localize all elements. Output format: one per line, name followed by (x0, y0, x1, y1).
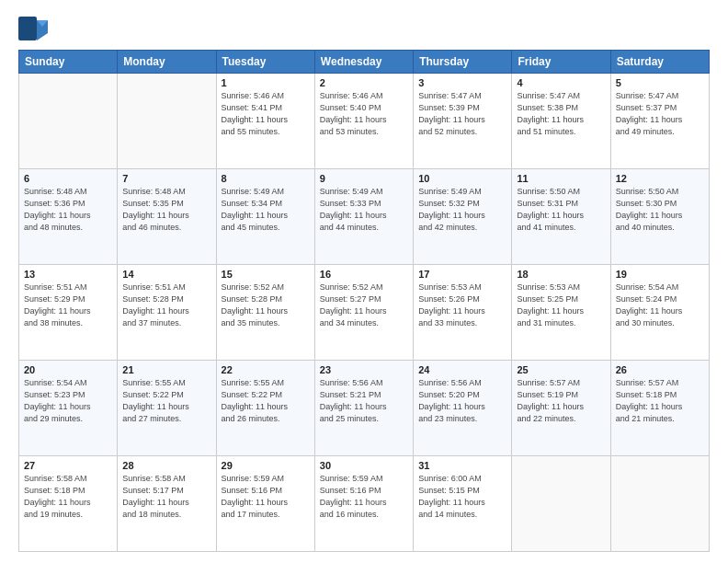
day-number: 23 (320, 364, 408, 375)
day-info: Sunrise: 5:56 AMSunset: 5:21 PMDaylight:… (320, 377, 408, 425)
logo-icon (18, 17, 48, 40)
calendar-cell: 16Sunrise: 5:52 AMSunset: 5:27 PMDayligh… (314, 265, 413, 361)
calendar-cell: 20Sunrise: 5:54 AMSunset: 5:23 PMDayligh… (19, 361, 118, 456)
day-number: 28 (122, 460, 210, 471)
day-number: 4 (517, 77, 605, 88)
header-friday: Friday (512, 51, 610, 74)
day-number: 19 (616, 269, 704, 280)
calendar-cell: 2Sunrise: 5:46 AMSunset: 5:40 PMDaylight… (314, 74, 413, 169)
day-number: 8 (222, 173, 310, 184)
calendar-cell: 10Sunrise: 5:49 AMSunset: 5:32 PMDayligh… (414, 169, 512, 265)
day-info: Sunrise: 5:47 AMSunset: 5:39 PMDaylight:… (418, 90, 506, 138)
calendar-week-row: 13Sunrise: 5:51 AMSunset: 5:29 PMDayligh… (19, 265, 710, 361)
page-header (18, 17, 710, 40)
calendar-cell: 26Sunrise: 5:57 AMSunset: 5:18 PMDayligh… (610, 361, 709, 456)
header-sunday: Sunday (19, 51, 118, 74)
day-number: 22 (222, 364, 310, 375)
header-monday: Monday (118, 51, 216, 74)
day-info: Sunrise: 5:50 AMSunset: 5:31 PMDaylight:… (517, 186, 605, 234)
calendar-cell: 1Sunrise: 5:46 AMSunset: 5:41 PMDaylight… (216, 74, 314, 169)
calendar-cell: 29Sunrise: 5:59 AMSunset: 5:16 PMDayligh… (216, 456, 314, 552)
calendar-cell (610, 456, 709, 552)
day-info: Sunrise: 5:54 AMSunset: 5:23 PMDaylight:… (24, 377, 112, 425)
day-number: 14 (122, 269, 210, 280)
day-number: 24 (418, 364, 506, 375)
day-number: 10 (418, 173, 506, 184)
calendar-cell (512, 456, 610, 552)
svg-rect-0 (18, 17, 37, 40)
calendar-cell: 28Sunrise: 5:58 AMSunset: 5:17 PMDayligh… (118, 456, 216, 552)
logo (18, 17, 50, 40)
calendar-cell: 25Sunrise: 5:57 AMSunset: 5:19 PMDayligh… (512, 361, 610, 456)
day-number: 9 (320, 173, 408, 184)
calendar-cell: 27Sunrise: 5:58 AMSunset: 5:18 PMDayligh… (19, 456, 118, 552)
calendar-cell: 5Sunrise: 5:47 AMSunset: 5:37 PMDaylight… (610, 74, 709, 169)
day-info: Sunrise: 5:46 AMSunset: 5:40 PMDaylight:… (320, 90, 408, 138)
day-number: 1 (222, 77, 310, 88)
calendar-table: Sunday Monday Tuesday Wednesday Thursday… (18, 50, 710, 552)
day-info: Sunrise: 5:53 AMSunset: 5:25 PMDaylight:… (517, 282, 605, 329)
day-info: Sunrise: 5:52 AMSunset: 5:27 PMDaylight:… (320, 282, 408, 329)
calendar-cell: 6Sunrise: 5:48 AMSunset: 5:36 PMDaylight… (19, 169, 118, 265)
day-info: Sunrise: 5:47 AMSunset: 5:38 PMDaylight:… (517, 90, 605, 138)
calendar-cell: 30Sunrise: 5:59 AMSunset: 5:16 PMDayligh… (314, 456, 413, 552)
day-info: Sunrise: 5:57 AMSunset: 5:19 PMDaylight:… (517, 377, 605, 425)
calendar-cell: 18Sunrise: 5:53 AMSunset: 5:25 PMDayligh… (512, 265, 610, 361)
day-number: 12 (616, 173, 704, 184)
day-number: 6 (24, 173, 112, 184)
day-number: 25 (517, 364, 605, 375)
calendar-cell: 31Sunrise: 6:00 AMSunset: 5:15 PMDayligh… (414, 456, 512, 552)
day-info: Sunrise: 5:49 AMSunset: 5:34 PMDaylight:… (222, 186, 310, 234)
calendar-cell: 17Sunrise: 5:53 AMSunset: 5:26 PMDayligh… (414, 265, 512, 361)
calendar-cell: 12Sunrise: 5:50 AMSunset: 5:30 PMDayligh… (610, 169, 709, 265)
day-number: 26 (616, 364, 704, 375)
header-thursday: Thursday (414, 51, 512, 74)
day-number: 18 (517, 269, 605, 280)
day-info: Sunrise: 5:48 AMSunset: 5:36 PMDaylight:… (24, 186, 112, 234)
day-info: Sunrise: 5:55 AMSunset: 5:22 PMDaylight:… (122, 377, 210, 425)
calendar-week-row: 1Sunrise: 5:46 AMSunset: 5:41 PMDaylight… (19, 74, 710, 169)
calendar-cell: 23Sunrise: 5:56 AMSunset: 5:21 PMDayligh… (314, 361, 413, 456)
day-number: 16 (320, 269, 408, 280)
day-number: 3 (418, 77, 506, 88)
day-info: Sunrise: 5:54 AMSunset: 5:24 PMDaylight:… (616, 282, 704, 329)
day-info: Sunrise: 5:57 AMSunset: 5:18 PMDaylight:… (616, 377, 704, 425)
calendar-cell: 21Sunrise: 5:55 AMSunset: 5:22 PMDayligh… (118, 361, 216, 456)
day-info: Sunrise: 5:59 AMSunset: 5:16 PMDaylight:… (222, 473, 310, 521)
day-number: 29 (222, 460, 310, 471)
day-number: 17 (418, 269, 506, 280)
calendar-cell: 7Sunrise: 5:48 AMSunset: 5:35 PMDaylight… (118, 169, 216, 265)
day-number: 5 (616, 77, 704, 88)
calendar-cell: 14Sunrise: 5:51 AMSunset: 5:28 PMDayligh… (118, 265, 216, 361)
day-number: 15 (222, 269, 310, 280)
header-wednesday: Wednesday (314, 51, 413, 74)
day-info: Sunrise: 5:55 AMSunset: 5:22 PMDaylight:… (222, 377, 310, 425)
day-info: Sunrise: 5:58 AMSunset: 5:17 PMDaylight:… (122, 473, 210, 521)
day-info: Sunrise: 5:49 AMSunset: 5:32 PMDaylight:… (418, 186, 506, 234)
header-saturday: Saturday (610, 51, 709, 74)
weekday-header-row: Sunday Monday Tuesday Wednesday Thursday… (19, 51, 710, 74)
calendar-cell (118, 74, 216, 169)
day-info: Sunrise: 5:53 AMSunset: 5:26 PMDaylight:… (418, 282, 506, 329)
day-number: 20 (24, 364, 112, 375)
calendar-cell: 19Sunrise: 5:54 AMSunset: 5:24 PMDayligh… (610, 265, 709, 361)
calendar-cell: 4Sunrise: 5:47 AMSunset: 5:38 PMDaylight… (512, 74, 610, 169)
calendar-cell: 11Sunrise: 5:50 AMSunset: 5:31 PMDayligh… (512, 169, 610, 265)
calendar-cell: 24Sunrise: 5:56 AMSunset: 5:20 PMDayligh… (414, 361, 512, 456)
day-number: 21 (122, 364, 210, 375)
header-tuesday: Tuesday (216, 51, 314, 74)
day-info: Sunrise: 5:52 AMSunset: 5:28 PMDaylight:… (222, 282, 310, 329)
day-number: 31 (418, 460, 506, 471)
day-info: Sunrise: 5:50 AMSunset: 5:30 PMDaylight:… (616, 186, 704, 234)
calendar-cell: 22Sunrise: 5:55 AMSunset: 5:22 PMDayligh… (216, 361, 314, 456)
day-info: Sunrise: 5:51 AMSunset: 5:28 PMDaylight:… (122, 282, 210, 329)
day-info: Sunrise: 5:56 AMSunset: 5:20 PMDaylight:… (418, 377, 506, 425)
day-number: 7 (122, 173, 210, 184)
day-info: Sunrise: 5:48 AMSunset: 5:35 PMDaylight:… (122, 186, 210, 234)
day-number: 2 (320, 77, 408, 88)
calendar-cell (19, 74, 118, 169)
day-number: 30 (320, 460, 408, 471)
calendar-cell: 3Sunrise: 5:47 AMSunset: 5:39 PMDaylight… (414, 74, 512, 169)
day-info: Sunrise: 5:47 AMSunset: 5:37 PMDaylight:… (616, 90, 704, 138)
day-info: Sunrise: 6:00 AMSunset: 5:15 PMDaylight:… (418, 473, 506, 521)
